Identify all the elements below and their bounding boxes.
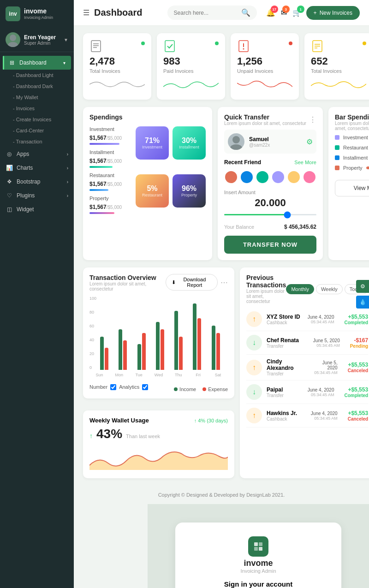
bs-dot <box>335 135 339 140</box>
tx-item-paipal: ↓ Paipal Transfer June 4, 2020 05:34:45 … <box>246 380 368 404</box>
stat-wave <box>89 77 145 91</box>
stat-total-invoices: 2,478 Total Invoices <box>83 33 151 100</box>
friend-avatar-4[interactable] <box>271 170 285 184</box>
settings-side-tool[interactable]: ⚙ <box>356 280 369 293</box>
menu-icon[interactable]: ☰ <box>83 8 89 17</box>
more-options-icon[interactable]: ⋮ <box>309 115 316 124</box>
sidebar-item-create-invoices[interactable]: - Create Invoices <box>0 114 74 125</box>
bs-dot <box>335 145 339 150</box>
sidebar-item-dashboard-light[interactable]: - Dashboard Light <box>0 70 74 81</box>
download-report-button[interactable]: ⬇ Download Report <box>166 274 218 291</box>
sidebar-item-plugins[interactable]: ♡ Plugins › <box>0 189 74 202</box>
spendings-list: Investment $1,567/$5,000 Installment $1,… <box>89 126 131 219</box>
bottom-row: Transaction Overview Lorem ipsum dolor s… <box>83 267 360 478</box>
chart-legend: Income Expense <box>174 386 228 392</box>
charts-icon: 📊 <box>6 165 13 171</box>
spending-bar <box>89 189 108 191</box>
bar-group-tue <box>137 333 154 370</box>
expense-legend-dot <box>202 387 206 391</box>
tx-item-cindy: ↑ Cindy Alexandro Transfer June 5, 2020 … <box>246 355 368 380</box>
friend-avatar-3[interactable] <box>256 170 269 184</box>
wallet-wave-chart <box>89 447 228 470</box>
chevron-down-icon: ▼ <box>64 37 68 42</box>
tx-item-hawkins: ↑ Hawkins Jr. Cashback June 4, 2020 05:3… <box>246 404 368 428</box>
sidebar-item-bootstrap[interactable]: ❖ Bootstrap › <box>0 175 74 189</box>
spending-bar <box>89 143 119 145</box>
view-more-button[interactable]: View More <box>335 180 369 196</box>
paid-icon <box>163 40 176 53</box>
transfer-now-button[interactable]: TRANSFER NOW <box>224 236 316 254</box>
messages-button[interactable]: ✉ 3 <box>281 8 287 17</box>
recipient-id: @sam22x <box>249 143 270 148</box>
filter-monthly[interactable]: Monthly <box>286 284 314 294</box>
unpaid-icon <box>237 40 250 53</box>
login-heading: Sign in your account <box>188 580 328 588</box>
notifications-button[interactable]: 🔔 17 <box>266 8 275 17</box>
sidebar-item-widget[interactable]: ◫ Widget <box>0 202 74 216</box>
search-input[interactable] <box>174 10 238 16</box>
friend-avatar-5[interactable] <box>287 170 301 184</box>
donut-investment: 71% Investment <box>136 126 169 160</box>
donut-grid: 71% Investment 30% Installment 5% Restau… <box>136 126 206 219</box>
stat-label: Total Invoices <box>311 68 366 74</box>
theme-side-tool[interactable]: 💧 <box>356 296 369 309</box>
status-dot <box>215 42 219 45</box>
user-name: Eren Yeager <box>24 34 56 41</box>
svg-point-14 <box>232 136 240 143</box>
sidebar-nav: ⊞ Dashboard ▾ - Dashboard Light - Dashbo… <box>0 52 74 220</box>
sidebar-item-transaction[interactable]: - Transaction <box>0 136 74 147</box>
svg-rect-2 <box>91 41 101 52</box>
bs-dot <box>335 166 339 170</box>
stat-wave <box>163 77 219 91</box>
analytics-filter-checkbox[interactable] <box>142 384 148 390</box>
transaction-subtitle: Lorem ipsum dolor sit amet, consectetur <box>89 281 166 291</box>
number-filter-checkbox[interactable] <box>110 384 116 390</box>
cart-badge: 1 <box>297 6 304 13</box>
tx-icon-cashback: ↑ <box>246 408 262 423</box>
chart-filters: Number Analytics <box>89 384 148 390</box>
friend-avatar-6[interactable] <box>303 170 316 184</box>
sidebar-item-dashboard-dark[interactable]: - Dashboard Dark <box>0 81 74 92</box>
stat-label: Total Invoices <box>89 68 145 74</box>
stat-wave <box>311 77 366 91</box>
spending-investment: Investment $1,567/$5,000 <box>89 126 131 145</box>
bar-group-sun <box>100 337 116 370</box>
wallet-trend: ↑ 4% (30 days) <box>194 418 228 423</box>
prev-tx-subtitle: Lorem ipsum dolor sit amet, consectetur <box>246 289 286 304</box>
user-role: Super Admin <box>24 41 56 46</box>
sidebar-item-dashboard[interactable]: ⊞ Dashboard ▾ <box>3 56 71 70</box>
sidebar-item-charts[interactable]: 📊 Charts › <box>0 161 74 175</box>
weekly-wallet-card: Weekly Wallet Usage ↑ 4% (30 days) ↑ 43%… <box>83 410 234 478</box>
sidebar-item-my-wallet[interactable]: - My Wallet <box>0 92 74 103</box>
stat-number: 1,256 <box>237 55 292 67</box>
settings-icon[interactable]: ⚙ <box>306 137 313 146</box>
stat-number: 652 <box>311 55 366 67</box>
transaction-title: Transaction Overview <box>89 274 166 281</box>
new-invoice-button[interactable]: + New Invoices <box>306 6 360 20</box>
amount-slider[interactable] <box>224 214 316 215</box>
sidebar-item-apps[interactable]: ◎ Apps › <box>0 147 74 161</box>
transaction-card: Transaction Overview Lorem ipsum dolor s… <box>83 267 234 398</box>
tx-item-xyz: ↑ XYZ Store ID Cashback June 4, 2020 05:… <box>246 308 368 331</box>
search-icon[interactable]: 🔍 <box>241 8 250 17</box>
more-options-icon[interactable]: ⋯ <box>220 278 228 287</box>
bs-dot <box>335 155 339 160</box>
cart-button[interactable]: 🛒 1 <box>292 8 302 17</box>
search-box: 🔍 <box>167 6 257 20</box>
spendings-title: Spendings <box>89 113 206 121</box>
quick-transfer-title: Quick Transfer <box>224 113 306 121</box>
friend-avatar-1[interactable] <box>224 170 238 184</box>
sidebar-item-card-center[interactable]: - Card-Center <box>0 125 74 136</box>
bar-group-sat <box>212 326 228 370</box>
sidebar-user[interactable]: Eren Yeager Super Admin ▼ <box>0 28 74 52</box>
see-more-link[interactable]: See More <box>294 160 316 165</box>
status-dot <box>363 42 366 45</box>
logo-icon: inv <box>6 6 20 21</box>
sidebar-item-label: Dashboard <box>19 59 60 66</box>
sidebar-item-invoices[interactable]: - Invoices <box>0 103 74 114</box>
stats-row: 2,478 Total Invoices 983 Paid Invoices 1… <box>83 33 360 100</box>
friend-avatar-2[interactable] <box>240 170 254 184</box>
tx-icon-cashback: ↑ <box>246 311 262 327</box>
filter-weekly[interactable]: Weekly <box>316 284 343 294</box>
bell-badge: 17 <box>271 6 278 13</box>
